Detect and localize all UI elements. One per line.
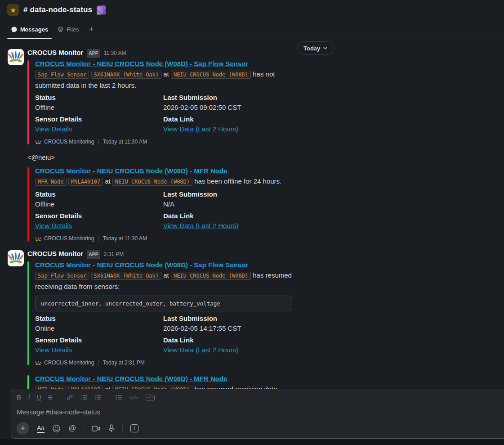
smiley-icon: [52, 424, 61, 433]
italic-button[interactable]: I: [28, 394, 30, 400]
date-divider-label: Today: [303, 45, 320, 52]
status-field-value: Offline: [35, 199, 163, 209]
bot-avatar[interactable]: [8, 49, 24, 65]
attachment-title: CROCUS Monitor - NEIU CROCUS Node (W08D)…: [35, 166, 293, 175]
active-tab-underline: [7, 38, 52, 39]
data-link-field-label: Data Link: [163, 211, 293, 221]
sensor-details-field-label: Sensor Details: [35, 114, 163, 124]
view-data-link[interactable]: View Data (Last 2 Hours): [163, 125, 238, 133]
crocus-logo-icon: [8, 250, 24, 266]
sensor-details-field-label: Sensor Details: [35, 335, 163, 345]
tab-messages[interactable]: Messages: [7, 20, 52, 39]
svg-text:2: 2: [80, 398, 82, 400]
attachment-footer: CROCUS Monitoring Today at 11:30 AM: [35, 235, 293, 242]
strikethrough-button[interactable]: S: [48, 394, 52, 400]
attachment-link-fields: Sensor Details Data Link View Details Vi…: [35, 114, 293, 134]
emoji-button[interactable]: [52, 424, 61, 433]
attachment-title-link[interactable]: CROCUS Monitor - NEIU CROCUS Node (W08D)…: [35, 375, 227, 382]
attachment-title-link[interactable]: CROCUS Monitor - NEIU CROCUS Node (W08D)…: [35, 261, 248, 269]
message-timestamp: 2:31 PM: [104, 250, 124, 258]
body-text: at: [163, 70, 169, 78]
attachment-footer: CROCUS Monitoring Today at 2:31 PM: [35, 360, 293, 366]
sender-name[interactable]: CROCUS Monitor: [27, 49, 83, 57]
slack-channel-view: ★ # data-node-status Messages Files + To…: [0, 0, 504, 445]
tab-messages-label: Messages: [20, 26, 48, 33]
channel-tab-bar: Messages Files +: [0, 20, 504, 39]
inline-code-button[interactable]: </>: [129, 395, 138, 400]
underline-button[interactable]: U: [37, 394, 41, 400]
view-details-link[interactable]: View Details: [35, 222, 72, 229]
crocus-footer-icon: [35, 139, 41, 145]
message-group: CROCUS Monitor APP 11:30 AM CROCUS Monit…: [0, 49, 504, 242]
ordered-list-button[interactable]: 1 2: [80, 394, 87, 401]
view-data-link[interactable]: View Data (Last 2 Hours): [163, 346, 238, 354]
footer-timestamp: Today at 11:30 AM: [103, 235, 147, 242]
attachment-link-fields: Sensor Details Data Link View Details Vi…: [35, 335, 293, 355]
chevron-down-icon: [323, 47, 327, 49]
sensor-id-chip: SX61NA0X (White Oak): [91, 272, 162, 280]
sensor-type-chip: Sap Flow Sensor: [35, 71, 89, 79]
data-link-field-label: Data Link: [163, 335, 293, 345]
mention-plain-text: <@neiu>: [27, 153, 504, 162]
star-icon: ★: [10, 7, 16, 13]
action-divider: [122, 425, 123, 432]
crocus-footer-icon: [35, 360, 41, 366]
mention-button[interactable]: @: [68, 424, 76, 433]
attachment-title-link[interactable]: CROCUS Monitor - NEIU CROCUS Node (W08D)…: [35, 167, 227, 175]
last-submission-field-value: N/A: [163, 199, 293, 209]
message-composer[interactable]: B I U S 1 2: [11, 389, 504, 439]
toolbar-divider: [59, 394, 59, 401]
attachment-link-fields: Sensor Details Data Link View Details Vi…: [35, 211, 293, 231]
tab-files[interactable]: Files: [54, 20, 82, 39]
action-divider: [84, 425, 84, 432]
message-header: CROCUS Monitor APP 11:30 AM: [27, 49, 504, 58]
formatting-toggle-button[interactable]: Aa: [37, 424, 45, 433]
attachment-sap-flow-offline: CROCUS Monitor - NEIU CROCUS Node (W08D)…: [27, 59, 293, 145]
sender-name[interactable]: CROCUS Monitor: [27, 250, 83, 258]
bullet-list-icon: [94, 394, 101, 401]
data-link-field-label: Data Link: [163, 114, 293, 124]
attachment-title: CROCUS Monitor - NEIU CROCUS Node (W08D)…: [35, 374, 293, 383]
app-badge: APP: [87, 49, 100, 58]
audio-clip-button[interactable]: [108, 424, 115, 433]
view-details-link[interactable]: View Details: [35, 125, 72, 133]
add-tab-button[interactable]: +: [85, 20, 98, 39]
sensor-list-code-block: uncorrected_inner, uncorrected_outer, ba…: [35, 296, 292, 311]
footer-timestamp: Today at 2:31 PM: [103, 360, 144, 366]
attachment-footer: CROCUS Monitoring Today at 11:30 AM: [35, 139, 293, 145]
footer-timestamp: Today at 11:30 AM: [103, 139, 147, 145]
sensor-id-chip: SX61NA0X (White Oak): [91, 71, 162, 79]
message-timestamp: 11:30 AM: [104, 49, 126, 57]
sensor-type-chip: MFR Node: [35, 178, 67, 186]
message-header: CROCUS Monitor APP 2:31 PM: [27, 250, 504, 259]
video-clip-button[interactable]: [92, 425, 100, 432]
attach-button[interactable]: +: [17, 422, 29, 435]
link-button[interactable]: [66, 394, 73, 401]
channel-header: ★ # data-node-status: [0, 0, 504, 20]
node-chip: NEIU CROCUS Node (W08D): [171, 272, 251, 280]
blockquote-button[interactable]: [115, 394, 122, 401]
attachment-body: Sap Flow Sensor SX61NA0X (White Oak) at …: [35, 69, 292, 90]
slash-commands-button[interactable]: /: [130, 424, 138, 432]
last-submission-field-label: Last Submission: [163, 189, 293, 199]
channel-title: # data-node-status: [23, 5, 92, 14]
attachment-fields: Status Last Submission Offline N/A: [35, 189, 293, 209]
body-text: at: [105, 177, 111, 185]
attachment-fields: Status Last Submission Online 2026-02-05…: [35, 314, 293, 333]
code-block-button[interactable]: </>: [145, 395, 155, 400]
footer-app-name: CROCUS Monitoring: [44, 139, 94, 145]
bold-button[interactable]: B: [17, 394, 21, 400]
bot-avatar[interactable]: [8, 250, 24, 266]
attachment-title-link[interactable]: CROCUS Monitor - NEIU CROCUS Node (W08D)…: [35, 60, 248, 67]
link-icon: [66, 394, 73, 401]
starred-channel-button[interactable]: ★: [7, 4, 19, 16]
view-data-link[interactable]: View Data (Last 2 Hours): [163, 222, 238, 229]
last-submission-field-value: 2026-02-05 14:17:55 CST: [163, 324, 293, 333]
chat-bubble-icon: [11, 26, 18, 33]
ordered-list-icon: 1 2: [80, 394, 87, 401]
message-input[interactable]: Message #data-node-status: [17, 408, 504, 416]
date-divider-pill[interactable]: Today: [297, 41, 334, 55]
view-details-link[interactable]: View Details: [35, 346, 72, 354]
last-submission-field-label: Last Submission: [163, 314, 293, 324]
bullet-list-button[interactable]: [94, 394, 101, 401]
